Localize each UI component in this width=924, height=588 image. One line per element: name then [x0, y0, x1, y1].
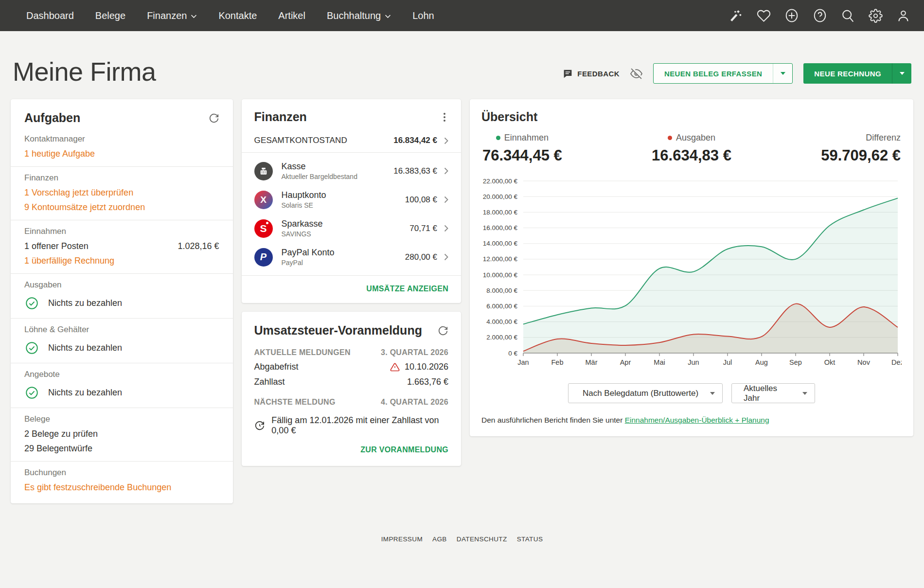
caret-down-icon: [710, 392, 715, 395]
gesamtkontostand-value: 16.834,42 €: [393, 136, 437, 145]
chevron-right-icon: [444, 196, 448, 203]
account-row-hauptkonto[interactable]: X Hauptkonto Solaris SE 100,08 €: [242, 185, 462, 214]
settings-gear-icon[interactable]: [869, 9, 883, 23]
chevron-right-icon: [444, 137, 448, 144]
nav-item-belege[interactable]: Belege: [95, 10, 125, 21]
chart-basis-select[interactable]: Nach Belegdatum (Bruttowerte): [568, 383, 723, 403]
magic-wand-icon[interactable]: [729, 8, 743, 23]
neue-rechnung-button[interactable]: NEUE RECHNUNG: [803, 63, 911, 84]
svg-text:Jul: Jul: [723, 358, 732, 366]
refresh-icon: [209, 113, 219, 124]
account-amount: 280,00 €: [405, 252, 437, 262]
red-dot-icon: [668, 136, 672, 140]
differenz-value: 59.709,62 €: [821, 147, 901, 164]
caret-down-icon: [900, 72, 905, 75]
nav-item-dashboard[interactable]: Dashboard: [26, 10, 74, 21]
recurring-icon: [254, 420, 265, 431]
beleg-dropdown-caret[interactable]: [773, 64, 792, 83]
task-link[interactable]: 1 überfällige Rechnung: [24, 256, 114, 266]
task-section-einnahmen: Einnahmen 1 offener Posten 1.028,16 € 1 …: [11, 220, 233, 273]
nav-item-buchhaltung[interactable]: Buchhaltung: [327, 10, 391, 21]
nav-item-artikel[interactable]: Artikel: [278, 10, 305, 21]
nav-item-lohn[interactable]: Lohn: [412, 10, 434, 21]
svg-text:16.000,00 €: 16.000,00 €: [483, 224, 518, 232]
row-value: 10.10.2026: [405, 362, 448, 372]
account-amount: 16.383,63 €: [393, 166, 437, 176]
account-row-sparkasse[interactable]: S Sparkasse SAVINGS 70,71 €: [242, 214, 462, 243]
task-amount: 1.028,16 €: [178, 241, 219, 251]
svg-text:6.000,00 €: 6.000,00 €: [486, 303, 517, 310]
nav-item-finanzen[interactable]: Finanzen: [147, 10, 197, 21]
row-value: 1.663,76 €: [407, 377, 448, 387]
caret-down-icon: [802, 392, 807, 395]
eye-off-icon: [630, 68, 642, 80]
chevron-right-icon: [444, 253, 448, 261]
user-icon[interactable]: [896, 9, 910, 23]
task-section-finanzen: Finanzen 1 Vorschlag jetzt überprüfen 9 …: [11, 167, 233, 220]
hide-amounts-toggle[interactable]: [630, 68, 642, 80]
umsaetze-anzeigen-link[interactable]: UMSÄTZE ANZEIGEN: [242, 276, 462, 303]
nav-item-kontakte[interactable]: Kontakte: [218, 10, 257, 21]
footer-link-status[interactable]: STATUS: [517, 535, 543, 543]
stat-einnahmen: Einnahmen 76.344,45 €: [482, 133, 562, 164]
due-note: Fällig am 12.01.2026 mit einer Zahllast …: [271, 415, 448, 436]
heart-icon[interactable]: [757, 9, 771, 23]
uebersicht-title: Übersicht: [481, 110, 902, 124]
svg-text:8.000,00 €: 8.000,00 €: [486, 287, 517, 294]
search-icon[interactable]: [841, 9, 855, 23]
account-amount: 70,71 €: [409, 224, 437, 233]
rechnung-dropdown-caret[interactable]: [892, 63, 911, 84]
task-status-text: Nichts zu bezahlen: [48, 388, 122, 398]
refresh-button[interactable]: [438, 325, 448, 336]
top-navigation: Dashboard Belege Finanzen Kontakte Artik…: [0, 0, 924, 31]
svg-text:Mär: Mär: [586, 358, 598, 366]
check-circle-icon: [25, 297, 38, 310]
svg-text:Nov: Nov: [857, 358, 871, 366]
account-row-paypal[interactable]: P PayPal Konto PayPal 280,00 €: [242, 243, 462, 271]
kebab-menu-icon[interactable]: [441, 111, 448, 124]
plus-circle-icon[interactable]: [784, 8, 799, 23]
chevron-right-icon: [444, 167, 448, 175]
task-section-loehne: Löhne & Gehälter Nichts zu bezahlen: [11, 319, 233, 363]
zur-voranmeldung-link[interactable]: ZUR VORANMELDUNG: [254, 436, 449, 456]
divider: [242, 152, 462, 153]
task-item[interactable]: 29 Belegentwürfe: [24, 444, 92, 454]
page-title: Meine Firma: [13, 56, 156, 87]
chevron-down-icon: [191, 14, 197, 18]
task-section-belege: Belege 2 Belege zu prüfen 29 Belegentwür…: [11, 408, 233, 461]
svg-text:18.000,00 €: 18.000,00 €: [483, 209, 518, 216]
task-link[interactable]: Es gibt festzuschreibende Buchungen: [24, 482, 171, 493]
gesamtkontostand-row[interactable]: GESAMTKONTOSTAND 16.834,42 €: [242, 131, 462, 152]
task-link[interactable]: 9 Kontoumsätze jetzt zuordnen: [24, 202, 145, 213]
check-circle-icon: [25, 341, 38, 355]
footer-link-agb[interactable]: AGB: [432, 535, 447, 543]
svg-text:Jan: Jan: [517, 358, 529, 366]
task-link[interactable]: 1 heutige Aufgabe: [24, 149, 95, 159]
bank-x-icon: X: [254, 191, 273, 209]
footer-link-datenschutz[interactable]: DATENSCHUTZ: [457, 535, 507, 543]
row-label: Abgabefrist: [254, 362, 299, 372]
task-status-text: Nichts zu bezahlen: [48, 298, 122, 308]
task-link[interactable]: 1 Vorschlag jetzt überprüfen: [24, 188, 133, 198]
chevron-down-icon: [385, 14, 391, 18]
chart-year-select[interactable]: Aktuelles Jahr: [731, 383, 815, 403]
report-link[interactable]: Einnahmen/Ausgaben-Überblick + Planung: [625, 416, 769, 424]
paypal-logo-icon: P: [254, 248, 273, 267]
task-section-buchungen: Buchungen Es gibt festzuschreibende Buch…: [11, 462, 233, 503]
neuen-beleg-erfassen-button[interactable]: NEUEN BELEG ERFASSEN: [653, 63, 793, 84]
task-item[interactable]: 2 Belege zu prüfen: [24, 429, 98, 439]
feedback-button[interactable]: FEEDBACK: [563, 69, 620, 79]
green-dot-icon: [496, 136, 500, 140]
stats-row: Einnahmen 76.344,45 € Ausgaben 16.634,83…: [481, 133, 902, 164]
check-circle-icon: [25, 386, 38, 399]
svg-text:22.000,00 €: 22.000,00 €: [483, 178, 518, 185]
svg-text:12.000,00 €: 12.000,00 €: [483, 255, 518, 263]
footer-link-impressum[interactable]: IMPRESSUM: [381, 535, 423, 543]
svg-text:2.000,00 €: 2.000,00 €: [486, 334, 517, 341]
task-item[interactable]: 1 offener Posten: [24, 241, 89, 251]
refresh-button[interactable]: [209, 113, 219, 124]
help-circle-icon[interactable]: [813, 8, 827, 23]
account-row-kasse[interactable]: Kasse Aktueller Bargeldbestand 16.383,63…: [242, 157, 462, 185]
ustva-title: Umsatzsteuer-Voranmeldung: [254, 323, 422, 338]
task-section-angebote: Angebote Nichts zu bezahlen: [11, 363, 233, 408]
